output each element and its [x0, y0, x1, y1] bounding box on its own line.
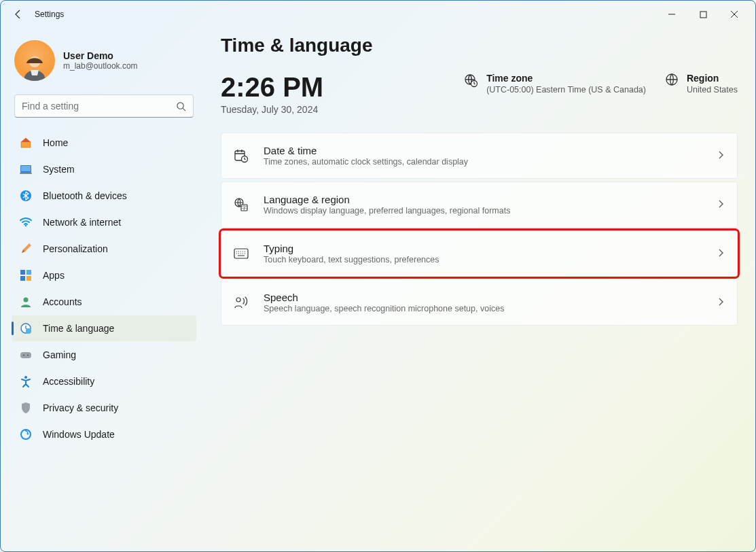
avatar — [14, 40, 55, 81]
nav-item-system[interactable]: System — [12, 156, 196, 182]
card-subtitle: Time zones, automatic clock settings, ca… — [264, 157, 702, 167]
nav-item-home[interactable]: Home — [12, 130, 196, 156]
gamepad-icon — [20, 349, 32, 361]
nav-label: Bluetooth & devices — [43, 190, 127, 201]
nav-item-accounts[interactable]: Accounts — [12, 289, 196, 315]
card-language-region[interactable]: 字 Language & region Windows display lang… — [221, 182, 738, 228]
svg-text:字: 字 — [242, 205, 247, 210]
chevron-right-icon — [717, 247, 725, 260]
person-icon — [20, 296, 32, 308]
sidebar: User Demo m_lab@outlook.com Home System … — [1, 28, 204, 551]
profile-name: User Demo — [63, 50, 138, 61]
keyboard-icon — [234, 246, 249, 261]
nav-item-gaming[interactable]: Gaming — [12, 342, 196, 368]
accessibility-icon — [20, 375, 32, 387]
clock-block: 2:26 PM Tuesday, July 30, 2024 — [221, 73, 323, 115]
nav-item-network[interactable]: Network & internet — [12, 209, 196, 235]
nav-label: Apps — [43, 270, 65, 281]
nav-item-windows-update[interactable]: Windows Update — [12, 421, 196, 447]
system-icon — [20, 163, 32, 175]
nav-item-privacy[interactable]: Privacy & security — [12, 395, 196, 421]
svg-rect-9 — [26, 270, 31, 275]
card-typing[interactable]: Typing Touch keyboard, text suggestions,… — [221, 230, 738, 277]
home-icon — [20, 137, 32, 149]
main-content: Time & language 2:26 PM Tuesday, July 30… — [204, 28, 755, 551]
paintbrush-icon — [20, 243, 32, 255]
search-icon — [176, 101, 186, 111]
back-button[interactable] — [6, 2, 31, 27]
avatar-illustration-icon — [20, 51, 50, 81]
nav-label: Accounts — [43, 296, 82, 307]
svg-rect-15 — [20, 352, 31, 358]
close-button[interactable] — [719, 3, 750, 25]
status-row: 2:26 PM Tuesday, July 30, 2024 Time zone… — [221, 73, 738, 115]
region-label: Region — [687, 73, 738, 84]
card-title: Language & region — [264, 194, 702, 205]
svg-point-12 — [24, 298, 29, 303]
nav-item-apps[interactable]: Apps — [12, 262, 196, 288]
wifi-icon — [20, 216, 32, 228]
search-box[interactable] — [14, 94, 194, 118]
svg-rect-5 — [20, 173, 32, 174]
nav-item-accessibility[interactable]: Accessibility — [12, 368, 196, 394]
nav-label: Network & internet — [43, 217, 121, 228]
nav-item-time-language[interactable]: Time & language — [12, 315, 196, 341]
card-date-time[interactable]: Date & time Time zones, automatic clock … — [221, 133, 738, 179]
clock-time: 2:26 PM — [221, 73, 323, 101]
minimize-icon — [668, 10, 676, 18]
card-speech[interactable]: Speech Speech language, speech recogniti… — [221, 279, 738, 326]
nav-label: System — [43, 164, 75, 175]
nav-item-personalization[interactable]: Personalization — [12, 236, 196, 262]
nav-list: Home System Bluetooth & devices Network … — [12, 130, 196, 447]
svg-rect-8 — [20, 270, 25, 275]
nav-label: Privacy & security — [43, 402, 118, 413]
timezone-label: Time zone — [486, 73, 646, 84]
svg-point-18 — [24, 376, 27, 379]
globe-clock-icon — [463, 73, 478, 90]
svg-point-29 — [236, 298, 240, 302]
svg-point-7 — [25, 225, 27, 227]
speech-icon — [234, 295, 249, 310]
card-subtitle: Touch keyboard, text suggestions, prefer… — [264, 255, 702, 264]
timezone-value: (UTC-05:00) Eastern Time (US & Canada) — [486, 85, 646, 94]
titlebar: Settings — [1, 1, 755, 28]
svg-rect-10 — [20, 276, 25, 281]
region-value: United States — [687, 85, 738, 94]
arrow-left-icon — [13, 9, 24, 20]
profile-block[interactable]: User Demo m_lab@outlook.com — [12, 40, 196, 81]
bluetooth-icon — [20, 190, 32, 202]
window-controls — [656, 3, 750, 25]
chevron-right-icon — [717, 296, 725, 309]
search-input[interactable] — [22, 101, 176, 111]
close-icon — [730, 10, 738, 18]
profile-email: m_lab@outlook.com — [63, 61, 138, 71]
clock-date: Tuesday, July 30, 2024 — [221, 104, 323, 115]
region-block[interactable]: Region United States — [665, 73, 738, 94]
app-title: Settings — [35, 10, 64, 19]
calendar-clock-icon — [234, 148, 249, 163]
clock-globe-icon — [20, 322, 32, 334]
nav-item-bluetooth[interactable]: Bluetooth & devices — [12, 183, 196, 209]
nav-label: Windows Update — [43, 429, 115, 440]
chevron-right-icon — [717, 199, 725, 211]
svg-point-2 — [177, 102, 183, 108]
maximize-button[interactable] — [687, 3, 719, 25]
globe-icon — [665, 73, 679, 89]
nav-label: Accessibility — [43, 376, 94, 387]
minimize-button[interactable] — [656, 3, 687, 25]
nav-label: Personalization — [43, 243, 108, 254]
maximize-icon — [700, 11, 707, 18]
svg-point-14 — [26, 328, 31, 334]
timezone-block[interactable]: Time zone (UTC-05:00) Eastern Time (US &… — [463, 73, 646, 94]
card-subtitle: Speech language, speech recognition micr… — [264, 304, 702, 313]
card-title: Typing — [264, 243, 702, 254]
nav-label: Home — [43, 137, 68, 148]
shield-icon — [20, 402, 32, 414]
card-title: Date & time — [264, 145, 702, 156]
page-title: Time & language — [221, 35, 738, 56]
svg-point-17 — [27, 354, 29, 356]
svg-rect-0 — [700, 12, 706, 18]
svg-rect-11 — [26, 276, 31, 281]
update-icon — [20, 428, 32, 441]
language-icon: 字 — [234, 197, 249, 212]
